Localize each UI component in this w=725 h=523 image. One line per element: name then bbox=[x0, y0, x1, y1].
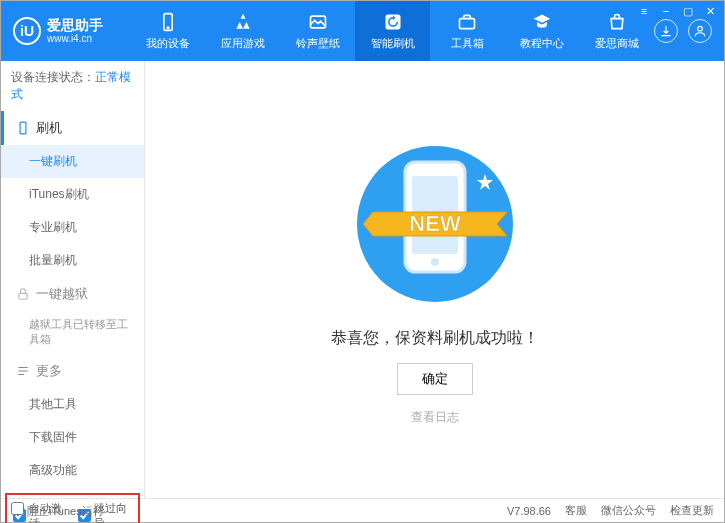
refresh-icon bbox=[383, 12, 403, 32]
nav-label: 铃声壁纸 bbox=[296, 36, 340, 51]
nav-apps[interactable]: 应用游戏 bbox=[206, 1, 281, 61]
app-url: www.i4.cn bbox=[47, 33, 103, 45]
new-badge-text: NEW bbox=[409, 211, 461, 236]
nav-label: 工具箱 bbox=[451, 36, 484, 51]
svg-rect-4 bbox=[460, 18, 475, 28]
main-content: NEW 恭喜您，保资料刷机成功啦！ 确定 查看日志 bbox=[145, 61, 724, 498]
sidebar-item-batch-flash[interactable]: 批量刷机 bbox=[1, 244, 144, 277]
jailbreak-note: 越狱工具已转移至工具箱 bbox=[1, 311, 144, 354]
nav-tutorials[interactable]: 教程中心 bbox=[505, 1, 580, 61]
svg-point-1 bbox=[168, 27, 170, 29]
sidebar-item-advanced[interactable]: 高级功能 bbox=[1, 454, 144, 487]
titlebar: iU 爱思助手 www.i4.cn 我的设备 应用游戏 铃声壁纸 智能刷机 bbox=[1, 1, 724, 61]
maximize-icon[interactable]: ▢ bbox=[680, 3, 696, 19]
view-log-link[interactable]: 查看日志 bbox=[411, 409, 459, 426]
logo-icon: iU bbox=[13, 17, 41, 45]
nav-my-device[interactable]: 我的设备 bbox=[131, 1, 206, 61]
sidebar-item-other-tools[interactable]: 其他工具 bbox=[1, 388, 144, 421]
sidebar-item-itunes-flash[interactable]: iTunes刷机 bbox=[1, 178, 144, 211]
phone-icon bbox=[158, 12, 178, 32]
nav-label: 应用游戏 bbox=[221, 36, 265, 51]
customer-service-link[interactable]: 客服 bbox=[565, 503, 587, 518]
list-icon bbox=[16, 364, 30, 378]
nav-label: 爱思商城 bbox=[595, 36, 639, 51]
menu-icon[interactable]: ≡ bbox=[636, 3, 652, 19]
phone-icon bbox=[16, 121, 30, 135]
nav-ringtones[interactable]: 铃声壁纸 bbox=[280, 1, 355, 61]
logo: iU 爱思助手 www.i4.cn bbox=[1, 17, 131, 46]
sidebar-item-pro-flash[interactable]: 专业刷机 bbox=[1, 211, 144, 244]
ok-button[interactable]: 确定 bbox=[397, 363, 473, 395]
nav-toolbox[interactable]: 工具箱 bbox=[430, 1, 505, 61]
download-icon[interactable] bbox=[654, 19, 678, 43]
success-message: 恭喜您，保资料刷机成功啦！ bbox=[331, 328, 539, 349]
navbar: 我的设备 应用游戏 铃声壁纸 智能刷机 工具箱 教程中心 bbox=[131, 1, 654, 61]
toolbox-icon bbox=[457, 12, 477, 32]
image-icon bbox=[308, 12, 328, 32]
user-icon[interactable] bbox=[688, 19, 712, 43]
section-jailbreak[interactable]: 一键越狱 bbox=[1, 277, 144, 311]
section-more[interactable]: 更多 bbox=[1, 354, 144, 388]
bag-icon bbox=[607, 12, 627, 32]
app-title: 爱思助手 bbox=[47, 17, 103, 34]
svg-rect-7 bbox=[19, 293, 27, 299]
sidebar-item-download-fw[interactable]: 下载固件 bbox=[1, 421, 144, 454]
nav-label: 教程中心 bbox=[520, 36, 564, 51]
nav-flash[interactable]: 智能刷机 bbox=[355, 1, 430, 61]
svg-rect-6 bbox=[20, 122, 26, 134]
svg-point-5 bbox=[698, 26, 703, 31]
minimize-icon[interactable]: − bbox=[658, 3, 674, 19]
svg-point-12 bbox=[431, 258, 439, 266]
sidebar: 设备连接状态：正常模式 刷机 一键刷机 iTunes刷机 专业刷机 批量刷机 一… bbox=[1, 61, 145, 498]
nav-label: 我的设备 bbox=[146, 36, 190, 51]
wechat-link[interactable]: 微信公众号 bbox=[601, 503, 656, 518]
lock-icon bbox=[16, 287, 30, 301]
connection-status: 设备连接状态：正常模式 bbox=[1, 61, 144, 111]
graduation-icon bbox=[532, 12, 552, 32]
close-icon[interactable]: ✕ bbox=[702, 3, 718, 19]
version-label: V7.98.66 bbox=[507, 505, 551, 517]
apps-icon bbox=[233, 12, 253, 32]
checkbox-block-itunes[interactable]: 阻止iTunes运行 bbox=[11, 502, 104, 519]
nav-label: 智能刷机 bbox=[371, 36, 415, 51]
section-flash[interactable]: 刷机 bbox=[1, 111, 144, 145]
success-illustration: NEW bbox=[335, 134, 535, 314]
check-update-link[interactable]: 检查更新 bbox=[670, 503, 714, 518]
sidebar-item-oneclick-flash[interactable]: 一键刷机 bbox=[1, 145, 144, 178]
